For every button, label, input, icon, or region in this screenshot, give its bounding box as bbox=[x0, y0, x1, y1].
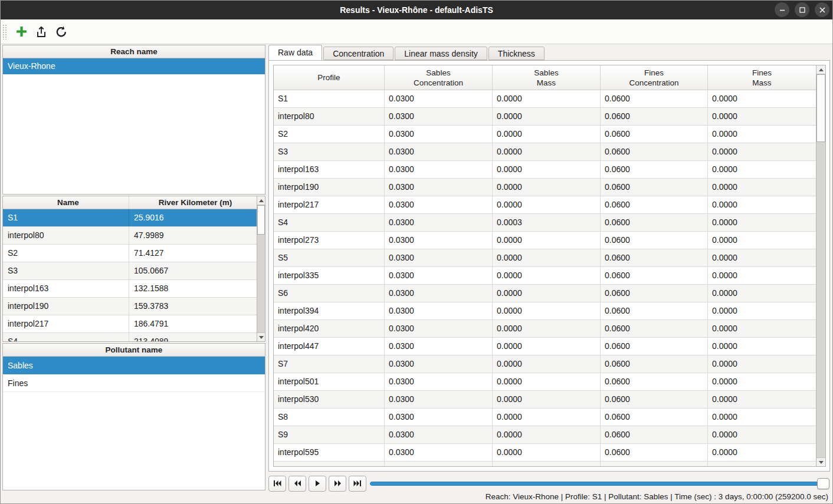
column-header-fines-mass[interactable]: FinesMass bbox=[708, 65, 816, 90]
cell: 0.0000 bbox=[493, 320, 601, 337]
reach-item-vieux-rhone[interactable]: Vieux-Rhone bbox=[3, 58, 265, 74]
skip-end-button[interactable] bbox=[349, 476, 366, 492]
table-row-interpol501[interactable]: interpol5010.03000.00000.06000.0000 bbox=[274, 373, 816, 391]
table-row-s6[interactable]: S60.03000.00000.06000.0000 bbox=[274, 285, 816, 302]
cell: 0.0300 bbox=[385, 126, 493, 143]
skip-start-button[interactable] bbox=[268, 476, 286, 492]
profile-row-interpol190[interactable]: interpol190159.3783 bbox=[3, 298, 257, 315]
cell: 0.0000 bbox=[708, 355, 816, 373]
data-table-scrollbar[interactable] bbox=[816, 65, 825, 466]
table-row-s4[interactable]: S40.03000.00030.06000.0000 bbox=[274, 214, 816, 232]
profile-row-interpol217[interactable]: interpol217186.4791 bbox=[3, 315, 257, 333]
cell: interpol190 bbox=[274, 179, 385, 196]
table-row-interpol447[interactable]: interpol4470.03000.00000.06000.0000 bbox=[274, 338, 816, 355]
cell: 0.0000 bbox=[493, 462, 601, 466]
tab-linear-mass-density[interactable]: Linear mass density bbox=[395, 47, 487, 60]
table-row-interpol530[interactable]: interpol5300.03000.00000.06000.0000 bbox=[274, 391, 816, 409]
add-button[interactable] bbox=[11, 22, 31, 42]
table-row-s3[interactable]: S30.03000.00000.06000.0000 bbox=[274, 143, 816, 161]
maximize-button[interactable] bbox=[795, 2, 809, 17]
cell: 0.0000 bbox=[708, 338, 816, 355]
refresh-button[interactable] bbox=[51, 22, 71, 42]
scroll-up-icon[interactable] bbox=[816, 65, 825, 74]
rewind-icon bbox=[294, 480, 301, 487]
profile-row-s4[interactable]: S4213.4089 bbox=[3, 333, 257, 342]
data-table-body: S10.03000.00000.06000.0000interpol800.03… bbox=[274, 90, 816, 466]
cell: interpol163 bbox=[274, 161, 385, 178]
scroll-down-icon[interactable] bbox=[816, 457, 825, 466]
profile-table-scrollbar[interactable] bbox=[257, 196, 265, 341]
profile-col-header-rk[interactable]: River Kilometer (m) bbox=[129, 196, 257, 209]
profile-name-cell: interpol217 bbox=[3, 315, 129, 332]
fast-forward-button[interactable] bbox=[329, 476, 346, 492]
close-button[interactable] bbox=[815, 2, 829, 17]
table-row-interpol335[interactable]: interpol3350.03000.00000.06000.0000 bbox=[274, 267, 816, 285]
tab-thickness[interactable]: Thickness bbox=[488, 47, 545, 60]
rewind-button[interactable] bbox=[288, 476, 306, 492]
cell: 0.0600 bbox=[601, 373, 708, 390]
play-button[interactable] bbox=[309, 476, 326, 492]
cell: 0.0000 bbox=[708, 444, 816, 461]
profile-rk-cell: 105.0667 bbox=[129, 262, 257, 279]
cell: 0.0600 bbox=[601, 232, 708, 249]
table-row-s10[interactable]: S100.03000.00000.06000.0000 bbox=[274, 462, 816, 466]
pollutant-item-sables[interactable]: Sables bbox=[3, 357, 265, 374]
toolbar-drag-handle[interactable] bbox=[2, 24, 8, 39]
profile-row-interpol163[interactable]: interpol163132.1588 bbox=[3, 280, 257, 298]
table-row-s7[interactable]: S70.03000.00000.06000.0000 bbox=[274, 355, 816, 373]
profile-col-header-name[interactable]: Name bbox=[3, 196, 129, 209]
profile-name-cell: interpol190 bbox=[3, 298, 129, 315]
time-slider-handle[interactable] bbox=[817, 478, 829, 489]
table-row-s8[interactable]: S80.03000.00000.06000.0000 bbox=[274, 409, 816, 426]
column-header-sables-concentration[interactable]: SablesConcentration bbox=[385, 65, 493, 90]
cell: S9 bbox=[274, 426, 385, 443]
cell: 0.0600 bbox=[601, 126, 708, 143]
cell: 0.0000 bbox=[708, 143, 816, 160]
tab-raw-data[interactable]: Raw data bbox=[268, 45, 322, 60]
cell: 0.0300 bbox=[385, 444, 493, 461]
cell: interpol530 bbox=[274, 391, 385, 408]
cell: 0.0000 bbox=[708, 373, 816, 390]
profile-row-s2[interactable]: S271.4127 bbox=[3, 245, 257, 262]
table-row-s5[interactable]: S50.03000.00000.06000.0000 bbox=[274, 249, 816, 267]
profile-row-s1[interactable]: S125.9016 bbox=[3, 209, 257, 227]
scrollbar-track[interactable] bbox=[257, 205, 265, 332]
column-header-fines-concentration[interactable]: FinesConcentration bbox=[601, 65, 708, 90]
cell: 0.0600 bbox=[601, 355, 708, 373]
cell: interpol595 bbox=[274, 444, 385, 461]
pollutant-item-fines[interactable]: Fines bbox=[3, 374, 265, 392]
minimize-button[interactable] bbox=[775, 2, 789, 17]
cell: 0.0600 bbox=[601, 391, 708, 408]
data-table-header: ProfileSablesConcentrationSablesMassFine… bbox=[274, 65, 816, 90]
tab-concentration[interactable]: Concentration bbox=[323, 47, 393, 60]
column-header-sables-mass[interactable]: SablesMass bbox=[493, 65, 601, 90]
table-row-interpol217[interactable]: interpol2170.03000.00000.06000.0000 bbox=[274, 196, 816, 214]
cell: 0.0600 bbox=[601, 108, 708, 125]
table-row-interpol273[interactable]: interpol2730.03000.00000.06000.0000 bbox=[274, 232, 816, 249]
table-row-interpol80[interactable]: interpol800.03000.00000.06000.0000 bbox=[274, 108, 816, 126]
cell: 0.0000 bbox=[493, 373, 601, 390]
scroll-up-icon[interactable] bbox=[257, 196, 265, 205]
cell: 0.0000 bbox=[493, 179, 601, 196]
table-row-interpol420[interactable]: interpol4200.03000.00000.06000.0000 bbox=[274, 320, 816, 338]
export-button[interactable] bbox=[31, 22, 51, 42]
table-row-interpol595[interactable]: interpol5950.03000.00000.06000.0000 bbox=[274, 444, 816, 462]
time-slider[interactable] bbox=[370, 482, 829, 486]
table-row-interpol190[interactable]: interpol1900.03000.00000.06000.0000 bbox=[274, 179, 816, 196]
scroll-down-icon[interactable] bbox=[257, 332, 265, 341]
profile-name-cell: S2 bbox=[3, 245, 129, 262]
column-header-profile[interactable]: Profile bbox=[274, 65, 385, 90]
scrollbar-track[interactable] bbox=[816, 74, 825, 457]
table-row-s9[interactable]: S90.03000.00000.06000.0000 bbox=[274, 426, 816, 444]
cell: 0.0000 bbox=[493, 267, 601, 284]
table-row-s1[interactable]: S10.03000.00000.06000.0000 bbox=[274, 90, 816, 108]
table-row-interpol394[interactable]: interpol3940.03000.00000.06000.0000 bbox=[274, 302, 816, 320]
scrollbar-thumb[interactable] bbox=[816, 74, 825, 142]
profile-row-s3[interactable]: S3105.0667 bbox=[3, 262, 257, 280]
cell: 0.0000 bbox=[493, 355, 601, 373]
table-row-s2[interactable]: S20.03000.00000.06000.0000 bbox=[274, 126, 816, 143]
cell: 0.0300 bbox=[385, 196, 493, 213]
profile-row-interpol80[interactable]: interpol8047.9989 bbox=[3, 227, 257, 245]
table-row-interpol163[interactable]: interpol1630.03000.00000.06000.0000 bbox=[274, 161, 816, 179]
scrollbar-thumb[interactable] bbox=[257, 205, 265, 235]
